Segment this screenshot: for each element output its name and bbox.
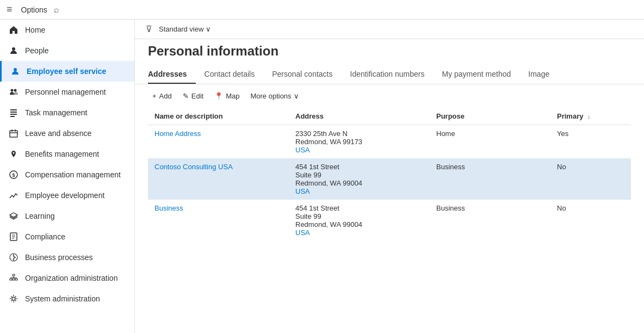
sidebar-label-learning: Learning bbox=[25, 212, 55, 220]
sidebar-label-people: People bbox=[25, 46, 49, 55]
sidebar-item-personnel-management[interactable]: Personnel management bbox=[0, 82, 134, 102]
svg-rect-15 bbox=[13, 279, 15, 280]
chevron-down-icon: ∨ bbox=[206, 25, 211, 33]
sidebar-item-learning[interactable]: Learning bbox=[0, 206, 134, 226]
cell-purpose: Home bbox=[430, 125, 550, 159]
learning-icon bbox=[9, 211, 18, 221]
more-options-button[interactable]: More options ∨ bbox=[246, 90, 303, 102]
system-administration-icon bbox=[9, 294, 18, 304]
svg-rect-16 bbox=[15, 279, 17, 280]
people-icon bbox=[9, 46, 18, 55]
content-area: ⊽ Standard view ∨ Personal information A… bbox=[135, 20, 644, 333]
sidebar-item-employee-self-service[interactable]: Employee self service bbox=[0, 61, 134, 82]
page-title: Personal information bbox=[148, 44, 631, 59]
svg-rect-5 bbox=[10, 112, 17, 113]
add-label: Add bbox=[159, 92, 172, 100]
sidebar-label-personnel-management: Personnel management bbox=[25, 88, 106, 96]
leave-and-absence-icon bbox=[9, 128, 18, 138]
sidebar-item-business-processes[interactable]: Business processes bbox=[0, 247, 134, 268]
top-bar: ≡ Options ⌕ bbox=[0, 0, 644, 20]
sidebar-label-system-administration: System administration bbox=[25, 294, 100, 303]
cell-purpose: Business bbox=[430, 200, 550, 241]
sidebar-label-business-processes: Business processes bbox=[25, 253, 93, 262]
table-row[interactable]: Home Address 2330 25th Ave NRedmond, WA … bbox=[148, 125, 631, 159]
svg-rect-14 bbox=[10, 279, 12, 280]
sidebar-item-system-administration[interactable]: System administration bbox=[0, 288, 134, 309]
sidebar-label-home: Home bbox=[25, 26, 45, 34]
filter-bar: ⊽ Standard view ∨ bbox=[135, 20, 644, 39]
sidebar-item-people[interactable]: People bbox=[0, 40, 134, 61]
map-button[interactable]: 📍 Map bbox=[210, 90, 244, 102]
svg-point-1 bbox=[14, 68, 17, 71]
compliance-icon bbox=[9, 232, 18, 242]
svg-rect-6 bbox=[10, 114, 17, 115]
more-options-label: More options bbox=[250, 92, 291, 100]
svg-point-2 bbox=[11, 89, 14, 92]
sidebar-item-compensation-management[interactable]: $ Compensation management bbox=[0, 164, 134, 185]
sidebar-item-organization-administration[interactable]: Organization administration bbox=[0, 268, 134, 288]
hamburger-button[interactable]: ≡ bbox=[7, 4, 13, 15]
cell-address: 454 1st StreetSuite 99Redmond, WA 99004 … bbox=[289, 200, 430, 241]
view-selector-label: Standard view bbox=[159, 25, 203, 33]
search-button[interactable]: ⌕ bbox=[54, 5, 59, 15]
name-link[interactable]: Business bbox=[154, 204, 183, 212]
add-button[interactable]: + Add bbox=[148, 90, 176, 102]
filter-icon[interactable]: ⊽ bbox=[146, 24, 152, 34]
edit-icon: ✎ bbox=[183, 92, 189, 100]
tab-identification-numbers[interactable]: Identification numbers bbox=[342, 65, 434, 84]
tab-addresses[interactable]: Addresses bbox=[148, 65, 196, 84]
edit-button[interactable]: ✎ Edit bbox=[178, 90, 208, 102]
col-header-address: Address bbox=[289, 108, 430, 125]
sidebar-item-benefits-management[interactable]: Benefits management bbox=[0, 144, 134, 164]
data-table: Name or description Address Purpose Prim… bbox=[135, 108, 644, 333]
employee-self-service-icon bbox=[10, 66, 20, 76]
sidebar-item-task-management[interactable]: Task management bbox=[0, 102, 134, 123]
sidebar-label-organization-administration: Organization administration bbox=[25, 274, 117, 282]
table-body: Home Address 2330 25th Ave NRedmond, WA … bbox=[148, 125, 631, 242]
sidebar-label-employee-self-service: Employee self service bbox=[27, 67, 106, 76]
tab-my-payment-method[interactable]: My payment method bbox=[433, 65, 519, 84]
sidebar-label-compensation-management: Compensation management bbox=[25, 170, 121, 179]
sidebar-item-home[interactable]: Home bbox=[0, 20, 134, 40]
svg-point-0 bbox=[12, 47, 15, 51]
sort-icon: ↓ bbox=[587, 113, 591, 120]
cell-address: 454 1st StreetSuite 99Redmond, WA 99004 … bbox=[289, 158, 430, 200]
top-bar-title: Options bbox=[21, 5, 47, 14]
tab-personal-contacts[interactable]: Personal contacts bbox=[263, 65, 341, 84]
tab-image[interactable]: Image bbox=[519, 65, 558, 84]
cell-primary: No bbox=[550, 158, 631, 200]
col-header-primary[interactable]: Primary ↓ bbox=[550, 108, 631, 125]
table-row[interactable]: Business 454 1st StreetSuite 99Redmond, … bbox=[148, 200, 631, 241]
view-selector[interactable]: Standard view ∨ bbox=[159, 25, 211, 33]
sidebar-item-leave-and-absence[interactable]: Leave and absence bbox=[0, 123, 134, 144]
business-processes-icon bbox=[9, 252, 18, 262]
cell-purpose: Business bbox=[430, 158, 550, 200]
sidebar-label-compliance: Compliance bbox=[25, 232, 65, 241]
name-link[interactable]: Home Address bbox=[154, 130, 201, 138]
sidebar-item-compliance[interactable]: Compliance bbox=[0, 226, 134, 247]
cell-primary: Yes bbox=[550, 125, 631, 159]
main-layout: Home People Employee self service Person… bbox=[0, 20, 644, 333]
toolbar: + Add ✎ Edit 📍 Map More options ∨ bbox=[135, 84, 644, 108]
employee-development-icon bbox=[9, 190, 18, 200]
cell-primary: No bbox=[550, 200, 631, 241]
addresses-table: Name or description Address Purpose Prim… bbox=[148, 108, 631, 241]
svg-text:$: $ bbox=[12, 172, 15, 178]
page-header: Personal information bbox=[135, 39, 644, 65]
cell-name[interactable]: Home Address bbox=[148, 125, 289, 159]
name-link[interactable]: Contoso Consulting USA bbox=[154, 163, 233, 171]
compensation-management-icon: $ bbox=[9, 170, 18, 180]
map-label: Map bbox=[226, 92, 239, 100]
col-header-purpose: Purpose bbox=[430, 108, 550, 125]
cell-name[interactable]: Contoso Consulting USA bbox=[148, 158, 289, 200]
sidebar-label-benefits-management: Benefits management bbox=[25, 150, 99, 158]
cell-name[interactable]: Business bbox=[148, 200, 289, 241]
sidebar-item-employee-development[interactable]: Employee development bbox=[0, 185, 134, 206]
sidebar-label-employee-development: Employee development bbox=[25, 191, 104, 200]
task-management-icon bbox=[9, 108, 18, 118]
svg-rect-7 bbox=[10, 116, 15, 117]
tab-contact-details[interactable]: Contact details bbox=[196, 65, 264, 84]
chevron-down-icon: ∨ bbox=[294, 92, 299, 100]
home-icon bbox=[9, 25, 18, 35]
table-row[interactable]: Contoso Consulting USA 454 1st StreetSui… bbox=[148, 158, 631, 200]
